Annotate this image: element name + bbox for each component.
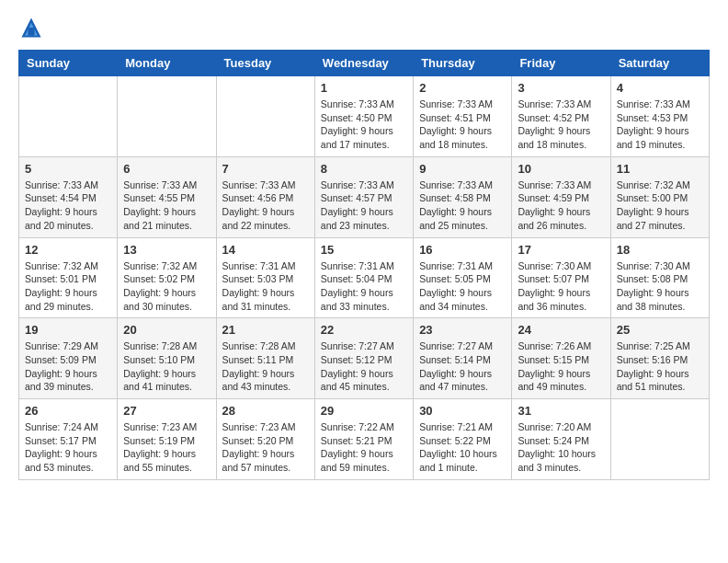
day-info: Sunrise: 7:33 AM Sunset: 4:50 PM Dayligh…	[321, 98, 407, 152]
calendar-cell: 2Sunrise: 7:33 AM Sunset: 4:51 PM Daylig…	[414, 76, 512, 157]
day-number: 26	[25, 404, 111, 418]
day-info: Sunrise: 7:27 AM Sunset: 5:12 PM Dayligh…	[321, 339, 407, 394]
calendar-cell: 23Sunrise: 7:27 AM Sunset: 5:14 PM Dayli…	[414, 318, 512, 399]
day-of-week-header: Thursday	[414, 51, 512, 76]
day-info: Sunrise: 7:33 AM Sunset: 4:57 PM Dayligh…	[321, 178, 407, 233]
day-info: Sunrise: 7:33 AM Sunset: 4:58 PM Dayligh…	[419, 178, 506, 233]
day-number: 6	[123, 162, 210, 176]
day-number: 1	[321, 81, 407, 95]
day-info: Sunrise: 7:24 AM Sunset: 5:17 PM Dayligh…	[25, 420, 111, 475]
calendar-cell: 25Sunrise: 7:25 AM Sunset: 5:16 PM Dayli…	[610, 318, 709, 399]
calendar-week-row: 26Sunrise: 7:24 AM Sunset: 5:17 PM Dayli…	[19, 399, 710, 480]
calendar-cell	[216, 76, 314, 157]
logo-icon	[18, 15, 44, 40]
days-of-week-row: SundayMondayTuesdayWednesdayThursdayFrid…	[19, 51, 710, 76]
day-info: Sunrise: 7:32 AM Sunset: 5:02 PM Dayligh…	[123, 259, 210, 314]
calendar-cell: 21Sunrise: 7:28 AM Sunset: 5:11 PM Dayli…	[216, 318, 314, 399]
day-number: 24	[518, 323, 604, 337]
day-of-week-header: Saturday	[610, 51, 709, 76]
calendar-week-row: 1Sunrise: 7:33 AM Sunset: 4:50 PM Daylig…	[19, 76, 710, 157]
day-number: 7	[222, 162, 309, 176]
day-number: 13	[123, 243, 210, 257]
day-info: Sunrise: 7:33 AM Sunset: 4:53 PM Dayligh…	[617, 98, 703, 152]
day-number: 21	[222, 323, 309, 337]
day-number: 2	[419, 81, 506, 95]
calendar-cell: 13Sunrise: 7:32 AM Sunset: 5:02 PM Dayli…	[118, 237, 216, 318]
calendar-cell	[118, 76, 216, 157]
day-of-week-header: Wednesday	[314, 51, 413, 76]
calendar-cell: 20Sunrise: 7:28 AM Sunset: 5:10 PM Dayli…	[118, 318, 216, 399]
calendar-cell: 28Sunrise: 7:23 AM Sunset: 5:20 PM Dayli…	[216, 399, 314, 480]
day-of-week-header: Friday	[512, 51, 610, 76]
day-info: Sunrise: 7:33 AM Sunset: 4:55 PM Dayligh…	[123, 178, 210, 233]
calendar-cell: 14Sunrise: 7:31 AM Sunset: 5:03 PM Dayli…	[216, 237, 314, 318]
day-info: Sunrise: 7:31 AM Sunset: 5:05 PM Dayligh…	[419, 259, 506, 314]
svg-rect-2	[28, 28, 35, 36]
logo	[18, 15, 48, 40]
day-info: Sunrise: 7:33 AM Sunset: 4:51 PM Dayligh…	[419, 98, 506, 152]
day-info: Sunrise: 7:33 AM Sunset: 4:56 PM Dayligh…	[222, 178, 309, 233]
day-number: 28	[222, 404, 309, 418]
day-info: Sunrise: 7:22 AM Sunset: 5:21 PM Dayligh…	[321, 420, 407, 475]
day-number: 29	[321, 404, 407, 418]
day-info: Sunrise: 7:30 AM Sunset: 5:08 PM Dayligh…	[617, 259, 703, 314]
day-info: Sunrise: 7:20 AM Sunset: 5:24 PM Dayligh…	[518, 420, 604, 475]
calendar-week-row: 19Sunrise: 7:29 AM Sunset: 5:09 PM Dayli…	[19, 318, 710, 399]
calendar-body: 1Sunrise: 7:33 AM Sunset: 4:50 PM Daylig…	[19, 76, 710, 480]
calendar-cell: 5Sunrise: 7:33 AM Sunset: 4:54 PM Daylig…	[19, 156, 118, 237]
calendar-header: SundayMondayTuesdayWednesdayThursdayFrid…	[19, 51, 710, 76]
day-number: 20	[123, 323, 210, 337]
day-of-week-header: Sunday	[19, 51, 118, 76]
calendar-cell: 1Sunrise: 7:33 AM Sunset: 4:50 PM Daylig…	[314, 76, 413, 157]
day-number: 25	[617, 323, 703, 337]
day-number: 10	[518, 162, 604, 176]
calendar-cell: 29Sunrise: 7:22 AM Sunset: 5:21 PM Dayli…	[314, 399, 413, 480]
day-info: Sunrise: 7:33 AM Sunset: 4:59 PM Dayligh…	[518, 178, 604, 233]
day-number: 3	[518, 81, 604, 95]
day-number: 27	[123, 404, 210, 418]
calendar-table: SundayMondayTuesdayWednesdayThursdayFrid…	[18, 50, 710, 480]
day-number: 11	[617, 162, 703, 176]
calendar-cell: 3Sunrise: 7:33 AM Sunset: 4:52 PM Daylig…	[512, 76, 610, 157]
header	[18, 15, 710, 40]
day-number: 18	[617, 243, 703, 257]
day-info: Sunrise: 7:33 AM Sunset: 4:54 PM Dayligh…	[25, 178, 111, 233]
day-info: Sunrise: 7:23 AM Sunset: 5:20 PM Dayligh…	[222, 420, 309, 475]
day-info: Sunrise: 7:30 AM Sunset: 5:07 PM Dayligh…	[518, 259, 604, 314]
day-number: 8	[321, 162, 407, 176]
day-number: 14	[222, 243, 309, 257]
day-number: 15	[321, 243, 407, 257]
calendar-cell: 16Sunrise: 7:31 AM Sunset: 5:05 PM Dayli…	[414, 237, 512, 318]
calendar-cell: 7Sunrise: 7:33 AM Sunset: 4:56 PM Daylig…	[216, 156, 314, 237]
day-info: Sunrise: 7:25 AM Sunset: 5:16 PM Dayligh…	[617, 339, 703, 394]
day-number: 5	[25, 162, 111, 176]
calendar-cell: 15Sunrise: 7:31 AM Sunset: 5:04 PM Dayli…	[314, 237, 413, 318]
day-info: Sunrise: 7:31 AM Sunset: 5:04 PM Dayligh…	[321, 259, 407, 314]
day-of-week-header: Tuesday	[216, 51, 314, 76]
day-number: 16	[419, 243, 506, 257]
page: SundayMondayTuesdayWednesdayThursdayFrid…	[0, 0, 728, 495]
day-info: Sunrise: 7:23 AM Sunset: 5:19 PM Dayligh…	[123, 420, 210, 475]
day-number: 30	[419, 404, 506, 418]
calendar-week-row: 12Sunrise: 7:32 AM Sunset: 5:01 PM Dayli…	[19, 237, 710, 318]
calendar-cell: 12Sunrise: 7:32 AM Sunset: 5:01 PM Dayli…	[19, 237, 118, 318]
calendar-cell: 30Sunrise: 7:21 AM Sunset: 5:22 PM Dayli…	[414, 399, 512, 480]
calendar-cell: 9Sunrise: 7:33 AM Sunset: 4:58 PM Daylig…	[414, 156, 512, 237]
day-number: 9	[419, 162, 506, 176]
day-info: Sunrise: 7:31 AM Sunset: 5:03 PM Dayligh…	[222, 259, 309, 314]
calendar-week-row: 5Sunrise: 7:33 AM Sunset: 4:54 PM Daylig…	[19, 156, 710, 237]
calendar-cell: 6Sunrise: 7:33 AM Sunset: 4:55 PM Daylig…	[118, 156, 216, 237]
day-number: 22	[321, 323, 407, 337]
day-number: 19	[25, 323, 111, 337]
calendar-cell: 27Sunrise: 7:23 AM Sunset: 5:19 PM Dayli…	[118, 399, 216, 480]
day-number: 12	[25, 243, 111, 257]
day-number: 31	[518, 404, 604, 418]
calendar-cell: 24Sunrise: 7:26 AM Sunset: 5:15 PM Dayli…	[512, 318, 610, 399]
calendar-cell: 4Sunrise: 7:33 AM Sunset: 4:53 PM Daylig…	[610, 76, 709, 157]
day-number: 4	[617, 81, 703, 95]
day-info: Sunrise: 7:29 AM Sunset: 5:09 PM Dayligh…	[25, 339, 111, 394]
day-info: Sunrise: 7:32 AM Sunset: 5:01 PM Dayligh…	[25, 259, 111, 314]
calendar-cell: 10Sunrise: 7:33 AM Sunset: 4:59 PM Dayli…	[512, 156, 610, 237]
day-number: 23	[419, 323, 506, 337]
day-of-week-header: Monday	[118, 51, 216, 76]
